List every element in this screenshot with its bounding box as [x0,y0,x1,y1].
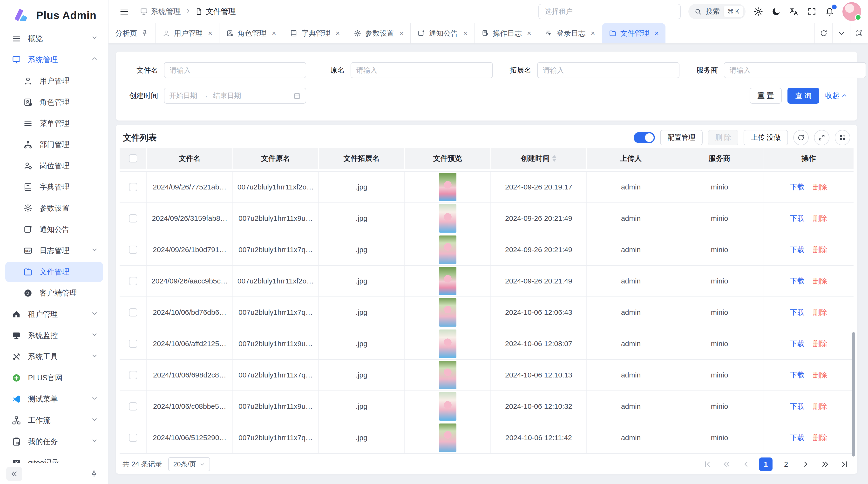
tab-close-icon[interactable]: × [400,29,404,37]
sidebar-item-9[interactable]: 通知公告 [5,219,103,239]
row-checkbox[interactable] [129,371,137,379]
page-button-1[interactable]: 1 [759,457,773,471]
file-preview-image[interactable] [439,423,457,452]
table-fullscreen-button[interactable] [814,130,830,146]
collapse-filters-link[interactable]: 收起 [825,91,848,101]
breadcrumb-item-files[interactable]: 文件管理 [195,6,236,17]
row-checkbox[interactable] [129,183,137,191]
upload-button[interactable]: 上传 没做 [744,130,788,146]
menu-toggle-button[interactable] [119,6,129,17]
tab-close-icon[interactable]: × [272,29,276,37]
sidebar-item-17[interactable]: 测试菜单 [5,389,103,409]
column-header-4[interactable]: 创建时间 [491,148,587,169]
delete-link[interactable]: 删除 [813,276,827,286]
row-checkbox[interactable] [129,246,137,254]
tab-refresh-button[interactable] [814,23,832,43]
file-preview-image[interactable] [439,267,457,295]
row-checkbox[interactable] [129,214,137,223]
sidebar-item-5[interactable]: 部门管理 [5,134,103,155]
row-checkbox[interactable] [129,402,137,411]
tab-7[interactable]: 登录日志 × [538,23,602,43]
sidebar-item-16[interactable]: PLUS官网 [5,368,103,388]
tab-6[interactable]: 操作日志 × [474,23,538,43]
tab-3[interactable]: 字典管理 × [283,23,347,43]
notifications-button[interactable] [825,6,835,17]
breadcrumb-item-system[interactable]: 系统管理 [140,6,181,17]
sidebar-item-20[interactable]: gitee记录 [5,453,103,463]
row-checkbox[interactable] [129,340,137,348]
sidebar-item-2[interactable]: 用户管理 [5,71,103,91]
sidebar-item-4[interactable]: 菜单管理 [5,113,103,133]
tab-0[interactable]: 分析页 [108,23,156,43]
global-search[interactable]: 搜索 ⌘ K [688,4,745,19]
sidebar-item-6[interactable]: 岗位管理 [5,156,103,176]
download-link[interactable]: 下载 [790,370,805,380]
settings-button[interactable] [753,6,763,17]
file-preview-image[interactable] [439,361,457,389]
file-preview-image[interactable] [439,204,457,233]
sidebar-item-15[interactable]: 系统工具 [5,347,103,367]
dark-mode-button[interactable] [771,6,781,17]
delete-link[interactable]: 删除 [813,433,827,443]
fullscreen-button[interactable] [807,6,817,17]
tab-2[interactable]: 角色管理 × [219,23,283,43]
page-button-2[interactable]: 2 [779,457,793,471]
sidebar-item-7[interactable]: 字典管理 [5,177,103,197]
back-five-pages-button[interactable] [720,458,733,471]
query-button[interactable]: 查 询 [787,88,819,104]
sidebar-item-14[interactable]: 系统监控 [5,325,103,346]
batch-delete-button[interactable]: 删 除 [708,130,738,146]
delete-link[interactable]: 删除 [813,308,827,317]
column-settings-button[interactable] [835,130,850,146]
page-size-select[interactable]: 20条/页 [168,457,210,471]
tab-more-button[interactable] [832,23,850,43]
sidebar-collapse-button[interactable] [6,467,22,481]
tab-close-icon[interactable]: × [463,29,467,37]
table-refresh-button[interactable] [793,130,809,146]
filter-input-2[interactable] [537,62,679,78]
sidebar-item-19[interactable]: 我的任务 [5,431,103,452]
next-page-button[interactable] [800,458,812,471]
sidebar-item-13[interactable]: 租户管理 [5,304,103,324]
last-page-button[interactable] [838,458,850,471]
select-all-checkbox[interactable] [129,154,137,162]
download-link[interactable]: 下载 [790,433,805,443]
sidebar-item-11[interactable]: 文件管理 [5,262,103,282]
tab-4[interactable]: 参数设置 × [347,23,411,43]
sidebar-pin-button[interactable] [86,467,102,481]
tenant-select-input[interactable] [538,4,681,19]
tab-8[interactable]: 文件管理 × [602,23,666,43]
file-preview-image[interactable] [439,235,457,264]
tab-close-icon[interactable]: × [655,29,659,37]
config-manage-button[interactable]: 配置管理 [660,130,703,146]
first-page-button[interactable] [701,458,714,471]
tab-close-icon[interactable]: × [208,29,212,37]
search-panel-toggle[interactable] [633,132,655,143]
download-link[interactable]: 下载 [790,214,805,223]
delete-link[interactable]: 删除 [813,370,827,380]
filter-input-3[interactable] [724,62,866,78]
tab-close-icon[interactable]: × [591,29,595,37]
forward-five-pages-button[interactable] [819,458,831,471]
sidebar-item-3[interactable]: 角色管理 [5,92,103,112]
sidebar-item-0[interactable]: 概览 [5,28,103,49]
row-checkbox[interactable] [129,433,137,442]
tab-close-icon[interactable]: × [336,29,340,37]
sidebar-item-1[interactable]: 系统管理 [5,50,103,70]
delete-link[interactable]: 删除 [813,214,827,223]
tab-1[interactable]: 用户管理 × [156,23,219,43]
user-avatar[interactable] [842,2,861,21]
download-link[interactable]: 下载 [790,401,805,412]
sidebar-item-18[interactable]: 工作流 [5,410,103,430]
download-link[interactable]: 下载 [790,245,805,255]
previous-page-button[interactable] [740,458,752,471]
download-link[interactable]: 下载 [790,182,805,192]
filter-input-1[interactable] [350,62,493,78]
sidebar-item-12[interactable]: 客户端管理 [5,283,103,303]
download-link[interactable]: 下载 [790,308,805,317]
date-range-input[interactable]: 开始日期 → 结束日期 [164,88,306,104]
filter-input-0[interactable] [164,62,306,78]
reset-button[interactable]: 重 置 [750,88,781,104]
row-checkbox[interactable] [129,308,137,317]
delete-link[interactable]: 删除 [813,401,827,412]
